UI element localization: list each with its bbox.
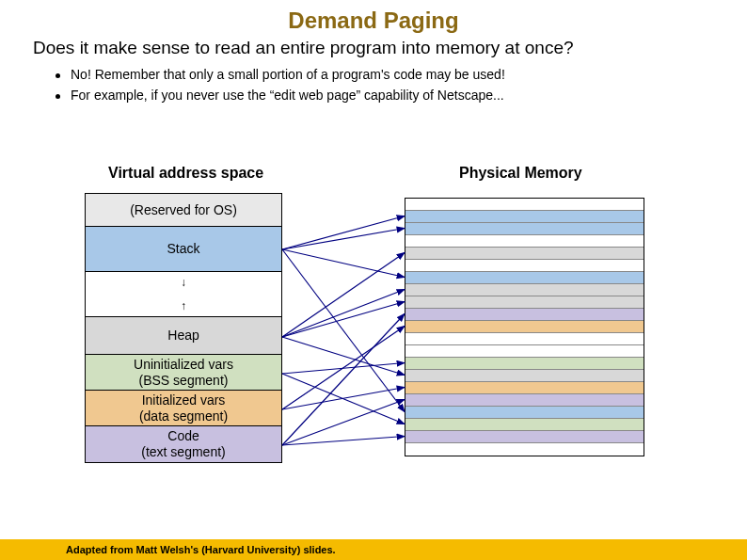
bullet-list: No! Remember that only a small portion o… [0, 64, 747, 105]
segment-data-line2: (data segment) [139, 408, 228, 424]
pmem-row [405, 419, 644, 431]
segment-data-line1: Initialized vars [142, 392, 226, 408]
svg-line-9 [282, 374, 405, 424]
page-title: Demand Paging [0, 0, 747, 34]
footer-bar: Adapted from Matt Welsh's (Harvard Unive… [0, 539, 747, 560]
arrow-up-icon: ↑ [181, 299, 186, 312]
bullet-item: No! Remember that only a small portion o… [71, 64, 747, 85]
svg-line-12 [282, 314, 405, 446]
segment-code: Code (text segment) [86, 426, 281, 462]
pmem-row [405, 431, 644, 443]
svg-line-3 [282, 249, 405, 412]
svg-line-11 [282, 388, 405, 410]
pmem-row [405, 223, 644, 235]
pmem-row [405, 382, 644, 394]
svg-line-10 [282, 327, 405, 410]
svg-line-2 [282, 249, 405, 278]
svg-line-0 [282, 216, 405, 250]
segment-heap: Heap [86, 317, 281, 355]
segment-gap: ↓ ↑ [86, 272, 281, 317]
segment-code-line2: (text segment) [141, 444, 225, 460]
pmem-row [405, 235, 644, 248]
pmem-row [405, 309, 644, 321]
pmem-label: Physical Memory [459, 165, 582, 182]
segment-bss-line1: Uninitialized vars [134, 357, 233, 373]
pmem-row [405, 248, 644, 260]
virtual-address-space: (Reserved for OS) Stack ↓ ↑ Heap Uniniti… [85, 193, 282, 463]
segment-os: (Reserved for OS) [86, 194, 281, 227]
pmem-row [405, 272, 644, 284]
pmem-row [405, 199, 644, 211]
pmem-row [405, 345, 644, 358]
svg-line-6 [282, 302, 405, 338]
pmem-row [405, 284, 644, 296]
main-question: Does it make sense to read an entire pro… [0, 34, 747, 64]
svg-line-13 [282, 400, 405, 446]
pmem-row [405, 321, 644, 333]
bullet-item: For example, if you never use the “edit … [71, 85, 747, 105]
pmem-row [405, 358, 644, 370]
pmem-row [405, 211, 644, 223]
pmem-row [405, 260, 644, 272]
pmem-row [405, 407, 644, 419]
pmem-row [405, 333, 644, 345]
svg-line-1 [282, 229, 405, 250]
segment-code-line1: Code [167, 428, 199, 444]
svg-line-4 [282, 253, 405, 338]
footer-text: Adapted from Matt Welsh's (Harvard Unive… [66, 544, 336, 555]
segment-bss-line2: (BSS segment) [139, 373, 229, 389]
svg-line-7 [282, 337, 405, 376]
svg-line-5 [282, 290, 405, 338]
pmem-row [405, 443, 644, 456]
segment-stack: Stack [86, 227, 281, 272]
segment-bss: Uninitialized vars (BSS segment) [86, 355, 281, 391]
svg-line-14 [282, 437, 405, 446]
pmem-row [405, 370, 644, 382]
pmem-row [405, 296, 644, 309]
pmem-row [405, 394, 644, 407]
arrow-down-icon: ↓ [181, 276, 186, 289]
physical-memory [405, 198, 644, 456]
svg-line-8 [282, 363, 405, 375]
vas-label: Virtual address space [108, 165, 263, 182]
segment-data: Initialized vars (data segment) [86, 391, 281, 426]
